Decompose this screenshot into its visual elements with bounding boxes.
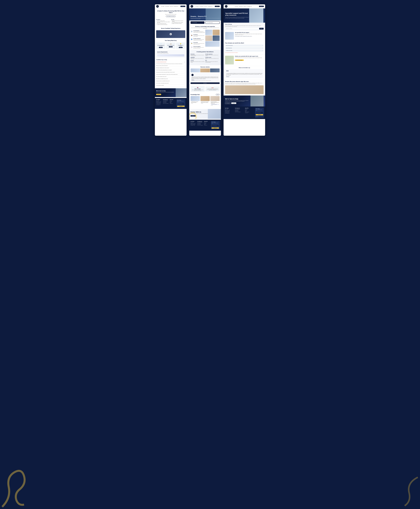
center-footer-link-3-2[interactable]: Careers <box>204 123 210 124</box>
center-footer-link-1-4[interactable]: Candidate FAQs <box>191 125 196 126</box>
right-footer-link-1-1[interactable]: Find a Test <box>225 109 234 110</box>
footer-link-3-2[interactable]: Careers <box>170 101 176 102</box>
basics-item-3-text: Verify your identity with the proctor <box>157 23 166 24</box>
guide-btn-2[interactable]: Download <box>169 46 172 47</box>
resource-link-1[interactable]: Online Proctoring Guides › <box>225 45 264 47</box>
help-banner-btn[interactable]: Contact Us <box>156 94 161 95</box>
footer-link-2-2[interactable]: Test Delivery <box>163 101 169 102</box>
faq-item-10[interactable]: Is my test session recorded? › <box>156 84 185 87</box>
test-taker-cta-btn[interactable]: 🎓 I'm a test taker <box>191 21 204 24</box>
service-desc-5: Evolve your credentialing program with t… <box>193 47 205 49</box>
right-footer-link-1-3[interactable]: Online Proctoring <box>225 111 234 111</box>
play-button[interactable]: ▶ <box>170 33 172 35</box>
right-nav-link-1[interactable]: Test Takers <box>235 6 238 7</box>
center-nav-link-3[interactable]: About PSI <box>204 6 207 7</box>
footer-link-3-3[interactable]: News <box>170 102 176 103</box>
center-footer-link-2-1[interactable]: Test Development <box>197 122 203 123</box>
faq-item-4[interactable]: How long does the check-in process take?… <box>156 71 185 73</box>
center-footer-link-2-3[interactable]: Test Security <box>197 124 203 125</box>
center-nav-link-1[interactable]: Test Takers <box>195 6 199 7</box>
center-footer-link-3-4[interactable]: Contact Us <box>204 125 210 126</box>
realize-btn[interactable]: Get PSI Online Ready › <box>235 60 244 61</box>
right-footer-link-1-2[interactable]: Register for a Test <box>225 110 234 111</box>
faq-item-3[interactable]: How do I know online proctoring will wor… <box>156 69 185 71</box>
dreams-find-link[interactable]: Find essential PSI test resources for te… <box>225 52 264 53</box>
footer-link-1-4[interactable]: Candidate FAQs <box>156 103 162 104</box>
footer-link-1-3[interactable]: Online Proctoring <box>156 102 162 103</box>
footer-link-2-3[interactable]: Test Security <box>163 102 169 103</box>
facebook-icon[interactable]: f <box>258 116 258 117</box>
right-nav-link-4[interactable]: Knowledge Hub <box>247 6 252 7</box>
right-newsletter-email[interactable] <box>256 112 263 113</box>
right-nav-link-2[interactable]: Test Sponsors <box>239 6 243 7</box>
help-right-sponsor-btn[interactable]: For Sponsors <box>225 102 231 104</box>
footer-link-1-2[interactable]: Register for a Test <box>156 101 162 102</box>
faq-highlighted[interactable]: Is my online proctored test secure? ∧ <box>156 61 185 63</box>
search-btn[interactable]: Search <box>259 28 264 30</box>
faq-item-6[interactable]: Can I receive assistance with my test? › <box>156 76 185 78</box>
help-right-contact-btn[interactable]: Contact Us <box>231 102 236 104</box>
view-stories-btn[interactable]: View Stories <box>191 82 220 84</box>
right-footer-link-2-3[interactable]: Test Security <box>235 111 244 111</box>
specialist-link[interactable]: Find the telephone number to dedicated P… <box>235 36 264 37</box>
nav-link-2[interactable]: Test Sponsors <box>165 6 169 7</box>
basics-section: The Basics ✓ Perform Your System Check ✓… <box>156 19 170 25</box>
left-hero-cta-btn[interactable]: Get Certified on your terms <box>166 15 176 17</box>
center-footer-link-1-3[interactable]: Online Proctoring <box>191 124 196 125</box>
left-nav-cta[interactable]: Contact Us <box>180 6 185 7</box>
left-hero-title: A Guide To Online Proctoring With PSI Fo… <box>157 10 185 14</box>
footer-link-3-1[interactable]: About Us <box>170 100 176 101</box>
nav-link-1[interactable]: Test Takers <box>161 6 164 7</box>
test-sponsor-cta-btn[interactable]: 📊 I'm a test sponsor <box>205 21 220 24</box>
video-thumbnail[interactable]: ▶ <box>156 30 185 38</box>
faq-item-9[interactable]: Can I eat, drink, or take breaks during … <box>156 82 185 84</box>
nav-link-4[interactable]: Knowledge Hub <box>173 6 178 7</box>
right-footer-link-3-3[interactable]: News <box>245 111 254 111</box>
guide-btn-3[interactable]: Download <box>179 47 183 48</box>
faq-item-8[interactable]: What physical items are prohibited durin… <box>156 80 185 82</box>
center-footer-link-1-2[interactable]: Register for a Test <box>191 123 196 124</box>
footer-link-2-1[interactable]: Test Development <box>163 100 169 101</box>
nav-link-3[interactable]: About PSI <box>170 6 173 7</box>
right-footer-link-2-2[interactable]: Test Delivery <box>235 110 244 111</box>
center-newsletter-email[interactable] <box>211 125 219 126</box>
center-nav-link-2[interactable]: Test Sponsors <box>200 6 204 7</box>
right-nav-link-3[interactable]: About PSI <box>244 6 247 7</box>
faq-q8: What physical items are prohibited durin… <box>156 81 185 81</box>
faq-item-2[interactable]: What type of identification will I need … <box>156 67 185 69</box>
faq-item-5[interactable]: Are there workspace requirements? Is it … <box>156 73 185 76</box>
faq-item-1[interactable]: Where can I take my online proctored tes… <box>156 65 185 67</box>
twitter-icon[interactable]: 𝕏 <box>256 116 256 117</box>
faq-item-7[interactable]: What actions are prohibited during my te… <box>156 78 185 80</box>
center-footer-link-1-1[interactable]: Find a Test <box>191 122 196 123</box>
program-desc-1: Skills for English tests are approved by… <box>191 90 204 91</box>
center-footer-link-2-4[interactable]: Grow Your Programs <box>197 125 203 126</box>
center-footer-link-3-3[interactable]: News <box>204 124 210 125</box>
right-footer-link-2-1[interactable]: Test Development <box>235 109 244 110</box>
knowledge-see-all-btn[interactable]: See All <box>216 94 220 95</box>
newsletter-email-input[interactable] <box>177 103 185 105</box>
footer-link-1-1[interactable]: Find a Test <box>156 100 162 101</box>
right-footer-link-2-4[interactable]: Grow Your Programs <box>235 112 244 112</box>
center-newsletter-btn[interactable]: Subscribe <box>211 128 219 129</box>
newsletter-subscribe-btn[interactable]: Subscribe <box>177 106 185 107</box>
right-footer-link-3-5[interactable]: Contact Us <box>245 113 254 113</box>
right-newsletter-btn[interactable]: Subscribe <box>256 114 263 115</box>
search-input[interactable] <box>225 28 259 30</box>
linkedin-icon[interactable]: in <box>257 116 257 117</box>
center-footer-link-3-1[interactable]: About Us <box>204 122 210 123</box>
guide-btn-1[interactable]: Download <box>159 47 163 48</box>
footer-link-3-4[interactable]: Contact Us <box>170 103 176 104</box>
right-nav-cta[interactable]: Contact Us <box>259 6 264 7</box>
faq-arrow-1: › <box>185 65 185 66</box>
resource-link-2[interactable]: System Requirements › <box>225 47 264 49</box>
center-nav-cta[interactable]: Contact Us <box>215 6 220 7</box>
right-footer-link-1-4[interactable]: Candidate FAQs <box>225 112 234 112</box>
center-footer-link-2-2[interactable]: Test Delivery <box>197 123 203 124</box>
resource-link-3[interactable]: Candidate Tips & FAQs › <box>225 50 264 52</box>
center-nav-link-4[interactable]: Knowledge Hub <box>208 6 212 7</box>
right-footer-link-3-2[interactable]: Careers <box>245 110 254 111</box>
right-footer-link-3-4[interactable]: Press Releases <box>245 112 254 112</box>
footer-link-2-4[interactable]: Grow Your Programs <box>163 103 169 104</box>
right-footer-link-3-1[interactable]: About Us <box>245 109 254 110</box>
